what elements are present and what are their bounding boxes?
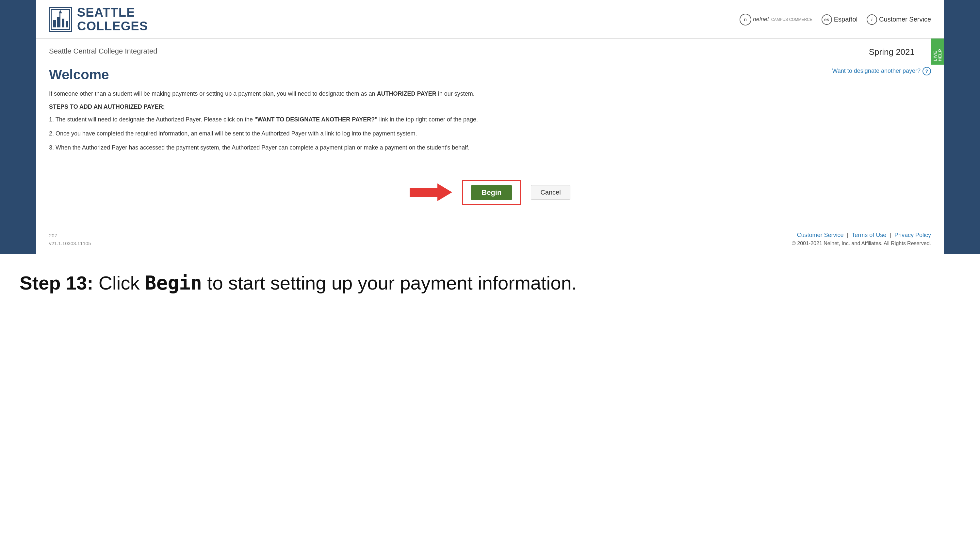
footer-sep-2: | xyxy=(889,232,891,238)
privacy-policy-footer-link[interactable]: Privacy Policy xyxy=(894,232,931,238)
top-section: SEATTLE COLLEGES n nelnet CAMPUS COMMERC… xyxy=(0,0,980,254)
nelnet-logo: n nelnet CAMPUS COMMERCE xyxy=(740,14,813,25)
terms-of-use-footer-link[interactable]: Terms of Use xyxy=(852,232,886,238)
instruction-text: Step 13: Click Begin to start setting up… xyxy=(20,271,960,295)
left-sidebar xyxy=(0,0,36,254)
welcome-title: Welcome xyxy=(49,67,109,83)
footer: 207 v21.1.10303.11105 Customer Service |… xyxy=(36,225,944,254)
live-help-button[interactable]: LIVE HELP xyxy=(931,38,944,65)
svg-rect-1 xyxy=(53,20,56,27)
red-arrow-icon xyxy=(410,182,452,203)
logo-area: SEATTLE COLLEGES xyxy=(49,6,148,33)
nelnet-circle-icon: n xyxy=(740,14,751,25)
page-wrapper: SEATTLE COLLEGES n nelnet CAMPUS COMMERC… xyxy=(0,0,980,551)
begin-button[interactable]: Begin xyxy=(471,185,512,200)
semester-label: Spring 2021 xyxy=(869,47,915,57)
begin-button-box: Begin xyxy=(462,180,521,205)
step-3: 3. When the Authorized Payer has accesse… xyxy=(49,143,931,152)
espanol-label: Español xyxy=(834,16,858,23)
instruction-section: Step 13: Click Begin to start setting up… xyxy=(0,254,980,312)
authorized-payer-bold: AUTHORIZED PAYER xyxy=(377,91,436,97)
footer-links-row: Customer Service | Terms of Use | Privac… xyxy=(792,232,931,238)
seattle-colleges-logo-icon xyxy=(49,7,72,32)
svg-marker-7 xyxy=(410,183,452,201)
footer-version: 207 v21.1.10303.11105 xyxy=(49,232,91,248)
cancel-button[interactable]: Cancel xyxy=(531,185,570,200)
sub-header: Seattle Central College Integrated Sprin… xyxy=(36,38,944,57)
designate-payer-link[interactable]: Want to designate another payer? ? xyxy=(832,67,931,75)
step1-bold-text: "WANT TO DESIGNATE ANOTHER PAYER?" xyxy=(255,116,378,123)
instruction-body: Click Begin to start setting up your pay… xyxy=(99,272,577,294)
customer-service-label: Customer Service xyxy=(879,16,931,23)
step-1: 1. The student will need to designate th… xyxy=(49,115,931,124)
action-area: Begin Cancel xyxy=(36,167,944,225)
footer-links: Customer Service | Terms of Use | Privac… xyxy=(792,232,931,246)
nelnet-subtitle: CAMPUS COMMERCE xyxy=(771,17,813,22)
welcome-intro: If someone other than a student will be … xyxy=(49,89,931,98)
main-content: SEATTLE COLLEGES n nelnet CAMPUS COMMERC… xyxy=(36,0,944,254)
designate-help-icon: ? xyxy=(923,67,931,75)
logo-text: SEATTLE COLLEGES xyxy=(77,6,148,33)
college-name: Seattle Central College Integrated xyxy=(49,47,157,56)
svg-marker-6 xyxy=(59,10,62,13)
header: SEATTLE COLLEGES n nelnet CAMPUS COMMERC… xyxy=(36,0,944,38)
footer-sep-1: | xyxy=(847,232,849,238)
svg-rect-2 xyxy=(57,17,60,27)
svg-rect-4 xyxy=(66,21,68,27)
espanol-nav-item[interactable]: es Español xyxy=(822,14,858,25)
nelnet-label: nelnet xyxy=(753,16,769,23)
info-icon: i xyxy=(867,14,877,25)
right-sidebar xyxy=(944,0,980,254)
footer-copyright: © 2001-2021 Nelnet, Inc. and Affiliates.… xyxy=(792,241,931,246)
header-nav: n nelnet CAMPUS COMMERCE es Español i Cu… xyxy=(740,14,931,25)
welcome-section: Welcome Want to designate another payer?… xyxy=(36,57,944,167)
steps-heading: STEPS TO ADD AN AUTHORIZED PAYER: xyxy=(49,103,931,110)
customer-service-footer-link[interactable]: Customer Service xyxy=(797,232,844,238)
espanol-icon: es xyxy=(822,14,832,25)
customer-service-nav-item[interactable]: i Customer Service xyxy=(867,14,931,25)
step-2: 2. Once you have completed the required … xyxy=(49,129,931,138)
svg-rect-3 xyxy=(62,19,64,27)
step-label: Step 13: xyxy=(20,272,94,294)
